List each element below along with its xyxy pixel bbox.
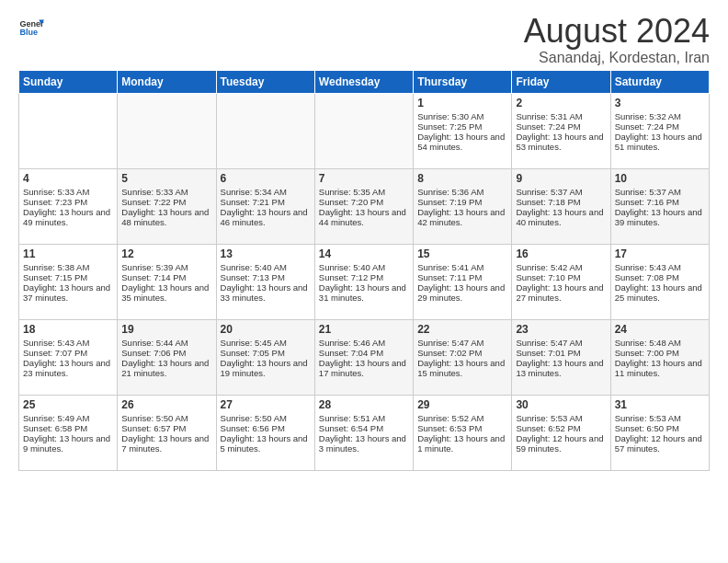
sunset-text: Sunset: 7:23 PM	[23, 197, 87, 207]
sunrise-text: Sunrise: 5:37 AM	[615, 187, 681, 197]
day-number: 25	[23, 398, 113, 411]
calendar-subtitle: Sanandaj, Kordestan, Iran	[524, 50, 710, 66]
calendar-cell: 26Sunrise: 5:50 AMSunset: 6:57 PMDayligh…	[118, 396, 216, 471]
sunset-text: Sunset: 6:57 PM	[121, 423, 186, 433]
calendar-cell	[19, 94, 118, 169]
logo: General Blue	[18, 15, 44, 40]
day-number: 8	[417, 172, 507, 185]
day-number: 11	[23, 247, 113, 260]
sunrise-text: Sunrise: 5:40 AM	[319, 262, 385, 272]
sunset-text: Sunset: 7:21 PM	[221, 197, 285, 207]
calendar-cell: 5Sunrise: 5:33 AMSunset: 7:22 PMDaylight…	[118, 169, 216, 245]
daylight-text: Daylight: 13 hours and 42 minutes.	[417, 207, 505, 227]
sunset-text: Sunset: 7:08 PM	[615, 272, 679, 282]
daylight-text: Daylight: 13 hours and 51 minutes.	[615, 132, 702, 152]
daylight-text: Daylight: 13 hours and 3 minutes.	[319, 433, 406, 454]
daylight-text: Daylight: 13 hours and 11 minutes.	[615, 358, 702, 378]
calendar-cell: 20Sunrise: 5:45 AMSunset: 7:05 PMDayligh…	[216, 320, 314, 396]
title-block: August 2024 Sanandaj, Kordestan, Iran	[524, 15, 710, 66]
sunset-text: Sunset: 6:54 PM	[319, 423, 383, 433]
day-number: 15	[417, 247, 507, 260]
day-number: 24	[615, 323, 705, 336]
calendar-cell: 7Sunrise: 5:35 AMSunset: 7:20 PMDaylight…	[314, 169, 413, 245]
calendar-cell: 2Sunrise: 5:31 AMSunset: 7:24 PMDaylight…	[512, 94, 610, 169]
header-thursday: Thursday	[414, 71, 512, 94]
day-number: 10	[615, 172, 705, 185]
sunrise-text: Sunrise: 5:44 AM	[121, 338, 188, 348]
daylight-text: Daylight: 13 hours and 7 minutes.	[121, 433, 209, 454]
sunrise-text: Sunrise: 5:32 AM	[615, 111, 681, 121]
sunrise-text: Sunrise: 5:50 AM	[121, 413, 188, 423]
calendar-cell: 11Sunrise: 5:38 AMSunset: 7:15 PMDayligh…	[19, 245, 118, 320]
day-number: 27	[221, 398, 311, 411]
sunset-text: Sunset: 7:19 PM	[417, 197, 482, 207]
calendar-cell: 24Sunrise: 5:48 AMSunset: 7:00 PMDayligh…	[610, 320, 709, 396]
header-wednesday: Wednesday	[314, 71, 413, 94]
sunset-text: Sunset: 7:04 PM	[319, 348, 383, 358]
day-number: 19	[121, 323, 211, 336]
daylight-text: Daylight: 13 hours and 54 minutes.	[417, 132, 505, 152]
sunrise-text: Sunrise: 5:53 AM	[615, 413, 681, 423]
svg-text:Blue: Blue	[19, 28, 38, 37]
sunset-text: Sunset: 7:10 PM	[516, 272, 580, 282]
header-saturday: Saturday	[610, 71, 709, 94]
calendar-header-row: Sunday Monday Tuesday Wednesday Thursday…	[19, 71, 710, 94]
calendar-cell	[118, 94, 216, 169]
day-number: 4	[23, 172, 113, 185]
sunrise-text: Sunrise: 5:43 AM	[23, 338, 89, 348]
sunset-text: Sunset: 7:15 PM	[23, 272, 87, 282]
sunset-text: Sunset: 7:12 PM	[319, 272, 383, 282]
calendar-cell: 13Sunrise: 5:40 AMSunset: 7:13 PMDayligh…	[216, 245, 314, 320]
sunset-text: Sunset: 7:22 PM	[121, 197, 186, 207]
daylight-text: Daylight: 13 hours and 33 minutes.	[221, 282, 308, 303]
daylight-text: Daylight: 13 hours and 23 minutes.	[23, 358, 110, 378]
sunset-text: Sunset: 7:05 PM	[221, 348, 285, 358]
sunrise-text: Sunrise: 5:50 AM	[221, 413, 287, 423]
daylight-text: Daylight: 13 hours and 1 minute.	[417, 433, 505, 454]
daylight-text: Daylight: 13 hours and 35 minutes.	[121, 282, 209, 303]
calendar-cell: 1Sunrise: 5:30 AMSunset: 7:25 PMDaylight…	[414, 94, 512, 169]
calendar-cell: 29Sunrise: 5:52 AMSunset: 6:53 PMDayligh…	[414, 396, 512, 471]
day-number: 31	[615, 398, 705, 411]
daylight-text: Daylight: 12 hours and 57 minutes.	[615, 433, 702, 454]
daylight-text: Daylight: 13 hours and 49 minutes.	[23, 207, 110, 227]
sunrise-text: Sunrise: 5:31 AM	[516, 111, 582, 121]
sunrise-text: Sunrise: 5:41 AM	[417, 262, 483, 272]
sunrise-text: Sunrise: 5:34 AM	[221, 187, 287, 197]
header-friday: Friday	[512, 71, 610, 94]
calendar-cell: 18Sunrise: 5:43 AMSunset: 7:07 PMDayligh…	[19, 320, 118, 396]
calendar-cell: 28Sunrise: 5:51 AMSunset: 6:54 PMDayligh…	[314, 396, 413, 471]
header-tuesday: Tuesday	[216, 71, 314, 94]
calendar-cell: 12Sunrise: 5:39 AMSunset: 7:14 PMDayligh…	[118, 245, 216, 320]
day-number: 23	[516, 323, 606, 336]
day-number: 13	[221, 247, 311, 260]
sunset-text: Sunset: 7:00 PM	[615, 348, 679, 358]
sunset-text: Sunset: 7:02 PM	[417, 348, 482, 358]
calendar-cell: 25Sunrise: 5:49 AMSunset: 6:58 PMDayligh…	[19, 396, 118, 471]
day-number: 7	[319, 172, 409, 185]
sunrise-text: Sunrise: 5:46 AM	[319, 338, 385, 348]
sunset-text: Sunset: 6:58 PM	[23, 423, 87, 433]
day-number: 18	[23, 323, 113, 336]
day-number: 2	[516, 97, 606, 109]
sunrise-text: Sunrise: 5:37 AM	[516, 187, 582, 197]
calendar-cell: 14Sunrise: 5:40 AMSunset: 7:12 PMDayligh…	[314, 245, 413, 320]
day-number: 20	[221, 323, 311, 336]
sunrise-text: Sunrise: 5:42 AM	[516, 262, 582, 272]
day-number: 29	[417, 398, 507, 411]
sunrise-text: Sunrise: 5:40 AM	[221, 262, 287, 272]
day-number: 14	[319, 247, 409, 260]
day-number: 6	[221, 172, 311, 185]
sunset-text: Sunset: 6:52 PM	[516, 423, 580, 433]
daylight-text: Daylight: 13 hours and 27 minutes.	[516, 282, 603, 303]
day-number: 21	[319, 323, 409, 336]
page-header: General Blue August 2024 Sanandaj, Korde…	[18, 15, 710, 66]
sunset-text: Sunset: 7:24 PM	[615, 121, 679, 132]
header-monday: Monday	[118, 71, 216, 94]
calendar-cell: 15Sunrise: 5:41 AMSunset: 7:11 PMDayligh…	[414, 245, 512, 320]
calendar-cell: 10Sunrise: 5:37 AMSunset: 7:16 PMDayligh…	[610, 169, 709, 245]
daylight-text: Daylight: 13 hours and 5 minutes.	[221, 433, 308, 454]
daylight-text: Daylight: 13 hours and 13 minutes.	[516, 358, 603, 378]
daylight-text: Daylight: 13 hours and 31 minutes.	[319, 282, 406, 303]
sunset-text: Sunset: 7:07 PM	[23, 348, 87, 358]
